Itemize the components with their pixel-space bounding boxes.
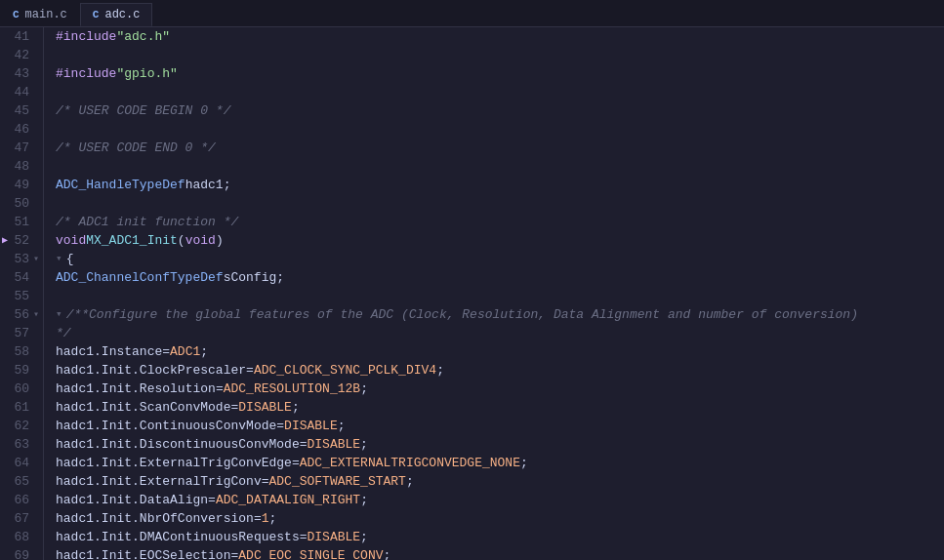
code-line-60: hadc1.Init.Resolution = ADC_RESOLUTION_1… (52, 380, 944, 398)
line-number-48: 48 (0, 157, 37, 176)
code-line-68: hadc1.Init.DMAContinuousRequests = DISAB… (52, 528, 944, 546)
code-line-41: #include "adc.h" (52, 27, 944, 46)
line-number-55: 55 (0, 287, 37, 305)
line-number-59: 59 (0, 361, 37, 380)
line-number-41: 41 (0, 27, 37, 46)
line-number-45: 45 (0, 101, 37, 120)
code-line-54: ADC_ChannelConfTypeDef sConfig; (52, 268, 944, 287)
line-number-57: 57 (0, 324, 37, 342)
line-number-69: 69 (0, 546, 37, 560)
line-number-47: 47 (0, 139, 37, 157)
line-number-65: 65 (0, 472, 37, 491)
line-number-56: 56 (0, 305, 37, 324)
line-numbers: 4142434445464748495051525354555657585960… (0, 27, 44, 560)
code-line-47: /* USER CODE END 0 */ (52, 139, 944, 157)
tab-adc-c-label: adc.c (104, 8, 140, 21)
line-number-43: 43 (0, 64, 37, 83)
code-line-52: void MX_ADC1_Init(void) (52, 231, 944, 250)
line-number-61: 61 (0, 398, 37, 417)
line-number-58: 58 (0, 342, 37, 361)
code-line-67: hadc1.Init.NbrOfConversion = 1; (52, 509, 944, 528)
code-line-61: hadc1.Init.ScanConvMode = DISABLE; (52, 398, 944, 417)
code-line-49: ADC_HandleTypeDef hadc1; (52, 176, 944, 194)
code-line-55 (52, 287, 944, 305)
line-number-64: 64 (0, 454, 37, 472)
line-number-50: 50 (0, 194, 37, 213)
tab-main-c-label: main.c (25, 8, 67, 21)
code-line-50 (52, 194, 944, 213)
code-line-58: hadc1.Instance = ADC1; (52, 342, 944, 361)
code-line-45: /* USER CODE BEGIN 0 */ (52, 101, 944, 120)
code-line-63: hadc1.Init.DiscontinuousConvMode = DISAB… (52, 435, 944, 454)
line-number-52: 52 (0, 231, 37, 250)
line-number-42: 42 (0, 46, 37, 64)
code-line-51: /* ADC1 init function */ (52, 213, 944, 231)
line-number-62: 62 (0, 417, 37, 435)
code-line-53: ▾{ (52, 250, 944, 268)
code-line-62: hadc1.Init.ContinuousConvMode = DISABLE; (52, 417, 944, 435)
tab-main-c[interactable]: C main.c (0, 3, 80, 26)
tab-adc-c[interactable]: C adc.c (80, 3, 153, 26)
code-line-43: #include "gpio.h" (52, 64, 944, 83)
line-number-68: 68 (0, 528, 37, 546)
code-line-64: hadc1.Init.ExternalTrigConvEdge = ADC_EX… (52, 454, 944, 472)
code-line-42 (52, 46, 944, 64)
line-number-51: 51 (0, 213, 37, 231)
c-file-icon-2: C (93, 9, 100, 20)
line-number-66: 66 (0, 491, 37, 509)
line-number-54: 54 (0, 268, 37, 287)
code-content[interactable]: #include "adc.h"#include "gpio.h"/* USER… (44, 27, 944, 560)
line-number-44: 44 (0, 83, 37, 101)
code-line-46 (52, 120, 944, 139)
line-number-49: 49 (0, 176, 37, 194)
code-line-56: ▾ /**Configure the global features of th… (52, 305, 944, 324)
editor: 4142434445464748495051525354555657585960… (0, 27, 944, 560)
code-line-65: hadc1.Init.ExternalTrigConv = ADC_SOFTWA… (52, 472, 944, 491)
line-number-63: 63 (0, 435, 37, 454)
code-line-59: hadc1.Init.ClockPrescaler = ADC_CLOCK_SY… (52, 361, 944, 380)
line-number-53: 53 (0, 250, 37, 268)
code-line-57: */ (52, 324, 944, 342)
tab-bar: C main.c C adc.c (0, 0, 944, 27)
line-number-67: 67 (0, 509, 37, 528)
code-line-69: hadc1.Init.EOCSelection = ADC_EOC_SINGLE… (52, 546, 944, 560)
line-number-60: 60 (0, 380, 37, 398)
code-line-44 (52, 83, 944, 101)
c-file-icon: C (13, 9, 20, 20)
code-line-66: hadc1.Init.DataAlign = ADC_DATAALIGN_RIG… (52, 491, 944, 509)
code-line-48 (52, 157, 944, 176)
line-number-46: 46 (0, 120, 37, 139)
